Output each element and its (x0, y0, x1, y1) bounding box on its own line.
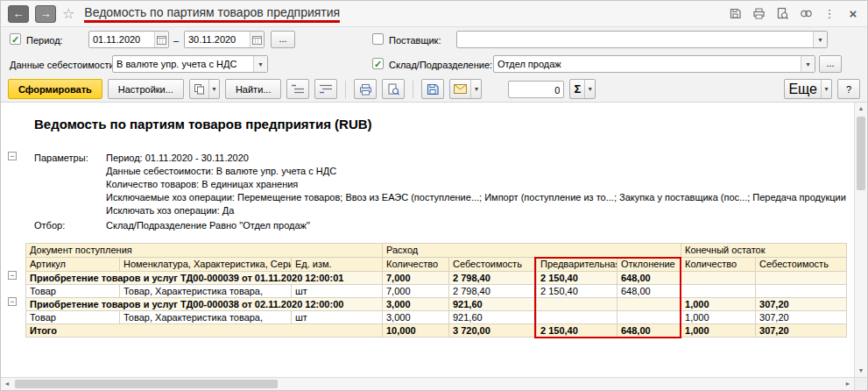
table-cell-number[interactable]: 307,20 (756, 298, 847, 311)
scroll-left-arrow[interactable]: ◄ (1, 378, 13, 390)
table-cell-number[interactable]: 2 798,40 (449, 272, 537, 285)
scroll-down-arrow[interactable]: ▼ (855, 365, 867, 377)
chevron-down-icon[interactable]: ▾ (821, 80, 831, 98)
supplier-combo[interactable]: ▾ (456, 31, 828, 48)
table-cell-number[interactable]: 2 150,40 (537, 285, 617, 298)
table-cell-number[interactable]: 2 150,40 (537, 272, 617, 285)
counter-field[interactable] (508, 81, 564, 98)
table-cell[interactable]: шт (292, 311, 383, 324)
table-row-total[interactable]: Итого10,0003 720,002 150,40648,001,00030… (26, 324, 847, 338)
table-cell-number[interactable]: 921,60 (449, 311, 537, 324)
column-header[interactable]: Отклонение (617, 258, 681, 272)
table-cell-number[interactable]: 3,000 (383, 298, 449, 311)
sigma-icon[interactable]: Σ (570, 80, 584, 98)
collapse-group-button[interactable]: − (8, 271, 17, 280)
warehouse-more-button[interactable]: ... (819, 55, 842, 73)
table-row-group[interactable]: Приобретение товаров и услуг ТД00-000039… (26, 272, 847, 285)
table-cell-number[interactable]: 7,000 (383, 285, 449, 298)
collapse-levels-button[interactable] (286, 79, 309, 99)
print-button[interactable] (354, 79, 377, 99)
table-cell-number[interactable]: 10,000 (383, 324, 449, 338)
table-row-detail[interactable]: ТоварТовар, Характеристика товара,шт3,00… (26, 311, 847, 324)
table-cell[interactable]: шт (292, 285, 383, 298)
column-header[interactable]: Предварительная (537, 258, 617, 272)
table-cell-number[interactable]: 3 720,00 (449, 324, 537, 338)
table-cell-label[interactable]: Итого (26, 324, 383, 338)
table-cell-number[interactable]: 921,60 (449, 298, 537, 311)
table-cell-number[interactable]: 648,00 (617, 285, 681, 298)
supplier-checkbox[interactable] (372, 33, 384, 45)
forward-button[interactable]: → (35, 5, 56, 23)
scroll-up-arrow[interactable]: ▲ (855, 103, 867, 115)
supplier-input[interactable] (457, 32, 813, 47)
save-icon[interactable] (728, 7, 742, 21)
horizontal-scrollbar[interactable]: ◄ ► (1, 377, 854, 390)
copy-split-button[interactable]: ▾ (189, 79, 220, 99)
period-from-input[interactable] (89, 32, 154, 47)
table-cell-number[interactable]: 307,20 (756, 324, 847, 338)
column-header[interactable]: Себестоимость (449, 258, 537, 272)
chevron-down-icon[interactable]: ▾ (208, 80, 219, 98)
chevron-down-icon[interactable]: ▾ (253, 56, 267, 72)
column-header[interactable]: Номенклатура, Характеристика, Серия (120, 258, 292, 272)
vertical-scroll-thumb[interactable] (857, 117, 865, 190)
column-group-header[interactable]: Расход (383, 244, 681, 258)
table-cell-number[interactable]: 2 798,40 (449, 285, 537, 298)
warehouse-input[interactable] (494, 56, 801, 72)
collapse-group-button[interactable]: − (8, 297, 17, 306)
close-icon[interactable]: × (846, 7, 860, 21)
table-row-detail[interactable]: ТоварТовар, Характеристика товара,шт7,00… (26, 285, 847, 298)
table-cell-number[interactable] (756, 272, 847, 285)
find-button[interactable]: Найти... (225, 79, 282, 99)
warehouse-checkbox[interactable]: ✓ (372, 58, 384, 69)
period-to-input[interactable] (185, 32, 250, 47)
table-cell[interactable]: Товар, Характеристика товара, (120, 311, 292, 324)
link-icon[interactable] (799, 7, 813, 21)
column-header[interactable]: Количество (383, 258, 449, 272)
collapse-group-button[interactable]: − (8, 152, 17, 160)
print-preview-button[interactable] (382, 79, 405, 99)
period-to-field[interactable] (184, 31, 265, 48)
chevron-down-icon[interactable]: ▾ (470, 80, 481, 98)
cost-data-combo[interactable]: ▾ (112, 55, 268, 73)
favorite-star-icon[interactable]: ☆ (62, 5, 74, 22)
more-button[interactable]: Еще ▾ (784, 79, 832, 99)
preview-icon[interactable] (775, 7, 789, 21)
table-cell-number[interactable]: 1,000 (681, 298, 756, 311)
calendar-icon[interactable] (154, 32, 168, 47)
table-cell-number[interactable]: 2 150,40 (537, 324, 617, 338)
table-cell-number[interactable] (537, 298, 617, 311)
vertical-scrollbar[interactable]: ▲ ▼ (854, 103, 867, 377)
chevron-down-icon[interactable]: ▾ (813, 32, 827, 47)
table-cell-number[interactable]: 307,20 (756, 311, 847, 324)
table-cell-number[interactable] (756, 285, 847, 298)
chevron-down-icon[interactable]: ▾ (801, 56, 815, 72)
column-header[interactable]: Артикул (26, 258, 120, 272)
back-button[interactable]: ← (8, 5, 29, 23)
scroll-right-arrow[interactable]: ► (842, 378, 854, 390)
column-header[interactable]: Количество (681, 258, 756, 272)
table-cell-number[interactable]: 3,000 (383, 311, 449, 324)
table-cell-number[interactable] (617, 298, 681, 311)
more-label[interactable]: Еще (785, 80, 821, 98)
column-header[interactable]: Ед. изм. (292, 258, 383, 272)
table-row-group[interactable]: Приобретение товаров и услуг ТД00-000038… (26, 298, 847, 311)
counter-input[interactable] (509, 82, 563, 98)
period-more-button[interactable]: ... (271, 31, 295, 48)
table-cell-number[interactable]: 648,00 (617, 324, 681, 338)
period-checkbox[interactable]: ✓ (10, 33, 21, 45)
sum-split-button[interactable]: Σ ▾ (569, 79, 596, 99)
column-group-header[interactable]: Конечный остаток (681, 244, 847, 258)
column-group-header[interactable]: Документ поступления (26, 244, 383, 258)
horizontal-scroll-thumb[interactable] (15, 380, 278, 388)
table-cell-number[interactable]: 1,000 (681, 324, 756, 338)
column-header[interactable]: Себестоимость (756, 258, 847, 272)
table-cell-number[interactable] (537, 311, 617, 324)
generate-button[interactable]: Сформировать (8, 79, 102, 99)
table-cell-label[interactable]: Приобретение товаров и услуг ТД00-000039… (26, 272, 383, 285)
cost-data-input[interactable] (113, 56, 253, 72)
table-cell[interactable]: Товар (26, 311, 120, 324)
period-from-field[interactable] (88, 31, 169, 48)
table-cell-number[interactable]: 7,000 (383, 272, 449, 285)
settings-button[interactable]: Настройки... (108, 79, 184, 99)
